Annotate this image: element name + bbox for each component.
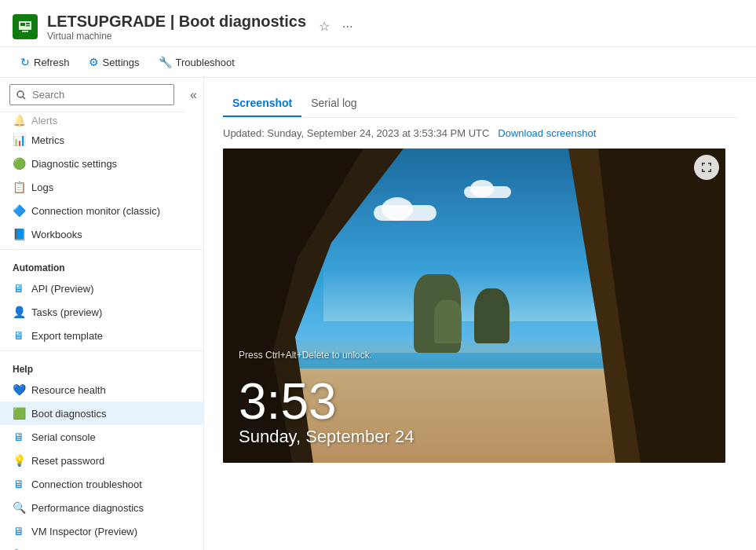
sidebar-divider-help (0, 350, 203, 351)
sidebar-item-label: Resource health (31, 384, 106, 396)
svg-rect-3 (26, 23, 30, 24)
metrics-icon: 📊 (13, 134, 25, 146)
sidebar-item-label: Performance diagnostics (31, 502, 144, 514)
sidebar-item-label: Logs (31, 182, 53, 193)
sidebar-item-label: Connection monitor (classic) (31, 205, 160, 217)
sidebar-item-label: Connection troubleshoot (31, 478, 142, 490)
sidebar-item-label: VM Inspector (Preview) (31, 526, 137, 537)
resource-name: LETSUPGRADE (47, 13, 166, 30)
sidebar-item-boot-diagnostics[interactable]: 🟩 Boot diagnostics (0, 402, 203, 425)
refresh-button[interactable]: ↻ Refresh (13, 52, 78, 72)
sidebar-item-label: Diagnostic settings (31, 158, 117, 170)
serial-console-icon: 🖥 (13, 431, 25, 443)
sidebar-item-performance-diagnostics[interactable]: 🔍 Performance diagnostics (0, 496, 203, 519)
automation-section-label: Automation (0, 253, 203, 277)
settings-label: Settings (103, 57, 140, 68)
cloud-2 (464, 186, 511, 198)
favorite-button[interactable]: ☆ (316, 16, 333, 37)
sidebar-search-row: « (0, 78, 203, 112)
sidebar-item-workbooks[interactable]: 📘 Workbooks (0, 222, 203, 246)
download-screenshot-link[interactable]: Download screenshot (498, 127, 596, 139)
boot-diagnostics-icon: 🟩 (13, 407, 25, 420)
cloud-1 (374, 205, 436, 221)
sidebar-item-label: Workbooks (31, 229, 82, 240)
sidebar-content: 🔔 Alerts 📊 Metrics 🟢 Diagnostic settings… (0, 112, 203, 550)
connection-troubleshoot-icon: 🖥 (13, 478, 25, 490)
ctrl-alt-hint: Press Ctrl+Alt+Delete to unlock. (239, 350, 710, 361)
header-actions: ☆ ··· (316, 16, 356, 37)
sidebar-item-connection-troubleshoot[interactable]: 🖥 Connection troubleshoot (0, 472, 203, 496)
workbooks-icon: 📘 (13, 228, 25, 240)
content-tabs: Screenshot Serial log (223, 90, 737, 118)
svg-rect-4 (26, 25, 30, 27)
sidebar-item-api-preview[interactable]: 🖥 API (Preview) (0, 277, 203, 300)
fullscreen-icon (701, 162, 712, 173)
sidebar-item-resource-health[interactable]: 💙 Resource health (0, 378, 203, 402)
sidebar-item-logs[interactable]: 📋 Logs (0, 175, 203, 199)
alerts-icon: 🔔 (13, 114, 25, 126)
sidebar-item-redeploy-reapply[interactable]: 🔧 Redeploy + reapply (0, 543, 203, 550)
date-display: Sunday, September 24 (239, 427, 710, 447)
sidebar-item-tasks-preview[interactable]: 👤 Tasks (preview) (0, 300, 203, 324)
reset-password-icon: 💡 (13, 454, 25, 467)
settings-button[interactable]: ⚙ Settings (81, 52, 148, 72)
svg-rect-1 (22, 31, 28, 32)
sidebar-item-label: API (Preview) (31, 283, 93, 295)
svg-rect-2 (20, 23, 25, 26)
page-header: LETSUPGRADE | Boot diagnostics Virtual m… (0, 0, 756, 47)
sidebar-item-label: Boot diagnostics (31, 408, 106, 420)
sidebar-item-label: Export template (31, 330, 103, 342)
page-title: LETSUPGRADE | Boot diagnostics (47, 12, 306, 31)
troubleshoot-label: Troubleshoot (176, 57, 235, 68)
sidebar-item-label: Tasks (preview) (31, 306, 102, 318)
performance-diagnostics-icon: 🔍 (13, 501, 25, 514)
sidebar: « 🔔 Alerts 📊 Metrics 🟢 Diagnostic settin… (0, 78, 204, 550)
troubleshoot-button[interactable]: 🔧 Troubleshoot (151, 52, 243, 72)
sidebar-divider-automation (0, 249, 203, 250)
refresh-icon: ↻ (20, 56, 30, 68)
tasks-icon: 👤 (13, 306, 25, 318)
page-subtitle: Virtual machine (47, 31, 306, 42)
resource-health-icon: 💙 (13, 383, 25, 396)
tab-screenshot[interactable]: Screenshot (223, 90, 301, 117)
rock-2 (474, 288, 509, 343)
sidebar-item-metrics[interactable]: 📊 Metrics (0, 128, 203, 152)
header-title-group: LETSUPGRADE | Boot diagnostics Virtual m… (47, 12, 306, 42)
search-input[interactable] (9, 84, 174, 105)
sidebar-item-vm-inspector[interactable]: 🖥 VM Inspector (Preview) (0, 519, 203, 543)
sidebar-item-diagnostic-settings[interactable]: 🟢 Diagnostic settings (0, 152, 203, 175)
logs-icon: 📋 (13, 181, 25, 193)
troubleshoot-icon: 🔧 (159, 56, 172, 68)
screenshot-container: Press Ctrl+Alt+Delete to unlock. 3:53 Su… (223, 148, 725, 463)
sidebar-collapse-button[interactable]: « (184, 85, 203, 105)
content-area: Screenshot Serial log Updated: Sunday, S… (204, 78, 756, 550)
screenshot-scene: Press Ctrl+Alt+Delete to unlock. 3:53 Su… (223, 148, 725, 463)
sidebar-item-label: Reset password (31, 455, 104, 467)
sidebar-item-alerts[interactable]: 🔔 Alerts (0, 112, 203, 128)
sidebar-item-label: Alerts (31, 115, 57, 126)
resource-icon (13, 14, 38, 39)
sidebar-item-label: Serial console (31, 431, 96, 443)
refresh-label: Refresh (34, 57, 70, 68)
sidebar-item-serial-console[interactable]: 🖥 Serial console (0, 425, 203, 449)
content-inner: Screenshot Serial log Updated: Sunday, S… (204, 78, 756, 475)
lockscreen-text: Press Ctrl+Alt+Delete to unlock. 3:53 Su… (223, 337, 725, 463)
toolbar: ↻ Refresh ⚙ Settings 🔧 Troubleshoot (0, 47, 756, 78)
main-layout: « 🔔 Alerts 📊 Metrics 🟢 Diagnostic settin… (0, 78, 756, 550)
time-display: 3:53 (239, 376, 710, 427)
diagnostic-settings-icon: 🟢 (13, 157, 25, 170)
tab-serial-log[interactable]: Serial log (301, 90, 366, 117)
fullscreen-button[interactable] (694, 155, 719, 180)
page-name: Boot diagnostics (179, 13, 306, 30)
title-separator: | (170, 13, 179, 30)
api-icon: 🖥 (13, 282, 25, 295)
connection-monitor-icon: 🔷 (13, 204, 25, 217)
sidebar-item-export-template[interactable]: 🖥 Export template (0, 324, 203, 347)
updated-timestamp: Updated: Sunday, September 24, 2023 at 3… (223, 127, 737, 139)
sidebar-search-container (0, 78, 184, 112)
sidebar-item-connection-monitor[interactable]: 🔷 Connection monitor (classic) (0, 199, 203, 222)
help-section-label: Help (0, 354, 203, 378)
sidebar-item-reset-password[interactable]: 💡 Reset password (0, 449, 203, 472)
more-options-button[interactable]: ··· (339, 16, 356, 37)
sidebar-item-label: Metrics (31, 134, 64, 146)
